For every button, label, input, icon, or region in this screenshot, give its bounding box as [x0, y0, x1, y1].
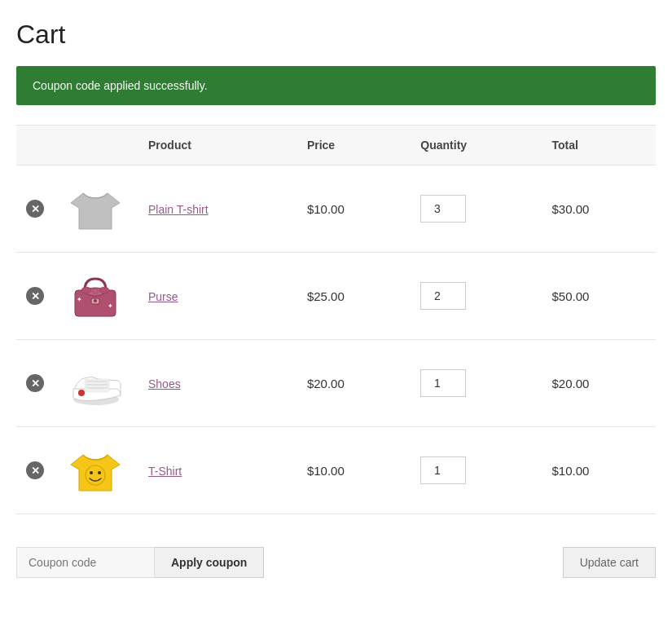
quantity-cell	[411, 165, 542, 253]
total-cell: $30.00	[542, 165, 656, 253]
product-price: $25.00	[307, 289, 345, 303]
product-link[interactable]: Shoes	[148, 377, 181, 390]
product-total: $50.00	[552, 289, 590, 303]
apply-coupon-button[interactable]: Apply coupon	[155, 547, 264, 578]
image-cell	[57, 165, 138, 253]
price-cell: $10.00	[297, 165, 411, 253]
cart-footer: Apply coupon Update cart	[16, 539, 656, 578]
svg-point-8	[93, 289, 98, 293]
col-header-quantity: Quantity	[411, 126, 542, 165]
col-header-product: Product	[138, 126, 297, 165]
product-name-cell: Purse	[138, 253, 297, 340]
quantity-cell	[411, 253, 542, 340]
image-cell	[57, 340, 138, 427]
remove-icon: ✕	[26, 374, 44, 392]
product-image	[67, 180, 124, 237]
table-row: ✕ ✦ ✦	[16, 253, 656, 340]
svg-point-19	[86, 465, 105, 485]
remove-cell: ✕	[16, 165, 57, 253]
product-image	[67, 355, 124, 412]
image-cell	[57, 427, 138, 514]
col-header-price: Price	[297, 126, 411, 165]
col-header-image	[57, 126, 138, 165]
remove-icon: ✕	[26, 200, 44, 218]
svg-point-17	[78, 390, 85, 396]
cart-table: Product Price Quantity Total ✕	[16, 125, 656, 514]
price-cell: $25.00	[297, 253, 411, 340]
remove-button[interactable]: ✕	[26, 374, 44, 392]
quantity-cell	[411, 340, 542, 427]
total-cell: $10.00	[542, 427, 656, 514]
remove-button[interactable]: ✕	[26, 461, 44, 479]
product-link[interactable]: Plain T-shirt	[148, 203, 209, 216]
remove-cell: ✕	[16, 340, 57, 427]
product-total: $10.00	[552, 464, 590, 478]
product-price: $10.00	[307, 202, 345, 216]
svg-point-21	[98, 471, 101, 474]
remove-icon: ✕	[26, 287, 44, 305]
coupon-section: Apply coupon	[16, 547, 264, 578]
banner-message: Coupon code applied successfully.	[33, 79, 208, 92]
remove-icon: ✕	[26, 461, 44, 479]
product-name-cell: Plain T-shirt	[138, 165, 297, 253]
update-cart-button[interactable]: Update cart	[563, 547, 656, 578]
product-price: $20.00	[307, 377, 345, 390]
col-header-remove	[16, 126, 57, 165]
total-cell: $20.00	[542, 340, 656, 427]
remove-cell: ✕	[16, 253, 57, 340]
quantity-input[interactable]	[420, 456, 466, 484]
coupon-input[interactable]	[16, 547, 155, 578]
table-row: ✕ Plain T-shirt $10.00	[16, 165, 656, 253]
quantity-cell	[411, 427, 542, 514]
page-title: Cart	[16, 20, 656, 50]
remove-cell: ✕	[16, 427, 57, 514]
image-cell: ✦ ✦	[57, 253, 138, 340]
price-cell: $20.00	[297, 340, 411, 427]
product-link[interactable]: Purse	[148, 290, 178, 303]
svg-text:✦: ✦	[108, 302, 113, 310]
product-total: $30.00	[552, 202, 590, 216]
product-link[interactable]: T-Shirt	[148, 465, 182, 478]
quantity-input[interactable]	[420, 369, 466, 397]
svg-point-6	[81, 287, 91, 293]
product-name-cell: Shoes	[138, 340, 297, 427]
product-image: ✦ ✦	[67, 267, 124, 324]
total-cell: $50.00	[542, 253, 656, 340]
price-cell: $10.00	[297, 427, 411, 514]
product-price: $10.00	[307, 464, 345, 478]
product-name-cell: T-Shirt	[138, 427, 297, 514]
remove-button[interactable]: ✕	[26, 287, 44, 305]
svg-text:✦: ✦	[77, 296, 82, 303]
quantity-input[interactable]	[420, 195, 466, 223]
svg-point-20	[90, 471, 93, 474]
product-total: $20.00	[552, 377, 590, 390]
table-row: ✕ T-Shirt	[16, 427, 656, 514]
svg-point-4	[94, 299, 97, 302]
success-banner: Coupon code applied successfully.	[16, 66, 656, 105]
quantity-input[interactable]	[420, 282, 466, 310]
table-row: ✕	[16, 340, 656, 427]
remove-button[interactable]: ✕	[26, 200, 44, 218]
product-image	[67, 442, 124, 499]
col-header-total: Total	[542, 126, 656, 165]
svg-point-7	[99, 287, 109, 293]
